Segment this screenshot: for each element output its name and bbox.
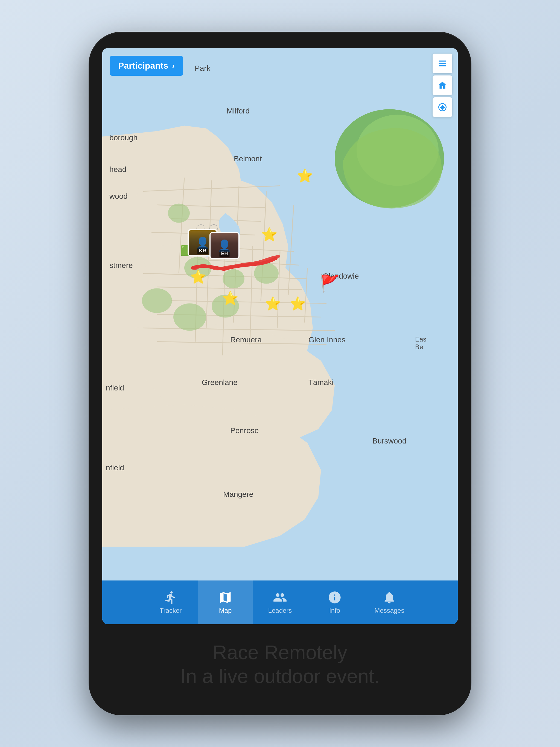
participants-chevron-icon: › <box>172 61 175 70</box>
app-caption: Race Remotely In a live outdoor event. <box>170 624 390 699</box>
tracker-icon <box>163 590 178 604</box>
home-button[interactable] <box>433 75 452 95</box>
messages-icon <box>382 590 397 604</box>
tab-info[interactable]: Info <box>307 581 362 624</box>
app-screen: Park Milford borough head wood stmere Be… <box>102 48 458 624</box>
leaders-label: Leaders <box>268 607 292 614</box>
svg-rect-32 <box>439 61 446 62</box>
messages-label: Messages <box>374 607 404 614</box>
home-icon <box>437 80 447 90</box>
crosshair-icon <box>437 102 447 112</box>
map-background-svg <box>102 48 458 581</box>
map-icon <box>218 590 232 604</box>
caption-line1: Race Remotely <box>180 641 380 664</box>
right-toolbar <box>433 54 452 117</box>
svg-point-31 <box>168 204 190 223</box>
caption-line2: In a live outdoor event. <box>180 664 380 688</box>
menu-icon <box>437 58 447 68</box>
tab-tracker[interactable]: Tracker <box>143 581 198 624</box>
tab-leaders[interactable]: Leaders <box>253 581 307 624</box>
phone-device: Park Milford borough head wood stmere Be… <box>88 32 472 715</box>
svg-rect-34 <box>439 66 446 67</box>
tracker-label: Tracker <box>160 607 182 614</box>
map-area[interactable]: Park Milford borough head wood stmere Be… <box>102 48 458 581</box>
info-label: Info <box>329 607 340 614</box>
map-label: Map <box>219 607 232 614</box>
svg-point-29 <box>173 304 206 331</box>
leaders-icon <box>273 590 287 604</box>
tab-map[interactable]: Map <box>198 581 253 624</box>
avatar-cluster: ◌◌ 👤 KR 👤 EH <box>187 229 242 259</box>
svg-point-30 <box>212 295 239 318</box>
svg-point-28 <box>142 288 172 313</box>
svg-point-27 <box>254 263 279 284</box>
svg-point-26 <box>223 269 245 288</box>
info-icon <box>328 590 342 604</box>
tab-messages[interactable]: Messages <box>362 581 417 624</box>
participants-button[interactable]: Participants › <box>110 56 183 76</box>
crosshair-button[interactable] <box>433 97 452 117</box>
menu-button[interactable] <box>433 54 452 73</box>
svg-rect-33 <box>439 63 446 64</box>
tab-bar: Tracker Map Leaders Info <box>102 581 458 624</box>
